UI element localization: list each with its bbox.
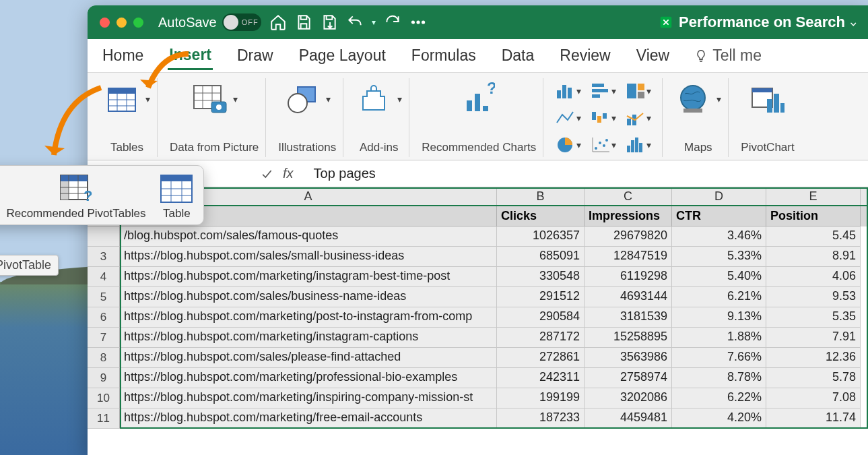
combo-chart-icon[interactable]: ▾ bbox=[626, 108, 651, 128]
cell-position[interactable]: 7.08 bbox=[766, 388, 861, 408]
cell-ctr[interactable]: 6.22% bbox=[672, 388, 766, 408]
minimize-window-button[interactable] bbox=[116, 18, 127, 28]
cell-impressions[interactable]: 2758974 bbox=[585, 368, 672, 388]
cell-clicks[interactable]: 242311 bbox=[497, 368, 585, 388]
tab-home[interactable]: Home bbox=[101, 42, 145, 69]
cell-clicks[interactable]: 287172 bbox=[497, 328, 585, 348]
home-icon[interactable] bbox=[269, 13, 287, 31]
cell-url[interactable]: https://blog.hubspot.com/marketing/post-… bbox=[120, 307, 497, 328]
redo-icon[interactable] bbox=[384, 13, 401, 31]
tab-review[interactable]: Review bbox=[558, 42, 611, 69]
cell-ctr[interactable]: 8.78% bbox=[672, 368, 766, 388]
document-title[interactable]: Performance on Search ⌵ bbox=[659, 13, 856, 31]
tab-formulas[interactable]: Formulas bbox=[410, 42, 477, 69]
cell-position[interactable]: 5.78 bbox=[766, 368, 861, 388]
cell-clicks[interactable]: 330548 bbox=[497, 267, 585, 287]
cell-impressions[interactable]: 12847519 bbox=[585, 247, 672, 267]
row-header[interactable] bbox=[88, 226, 120, 247]
line-chart-icon[interactable]: ▾ bbox=[556, 108, 581, 128]
cell-clicks[interactable]: 685091 bbox=[497, 247, 585, 267]
cell-clicks[interactable]: 290584 bbox=[497, 307, 585, 328]
row-header[interactable]: 11 bbox=[88, 408, 120, 429]
pie-chart-icon[interactable]: ▾ bbox=[556, 135, 581, 155]
cell-impressions[interactable]: 15258895 bbox=[585, 328, 672, 348]
cell-position[interactable]: 4.06 bbox=[766, 267, 861, 287]
tab-draw[interactable]: Draw bbox=[236, 42, 275, 69]
fx-label[interactable]: fx bbox=[283, 166, 294, 181]
cell-clicks[interactable]: 187233 bbox=[497, 408, 585, 429]
column-chart-icon[interactable]: ▾ bbox=[556, 81, 581, 101]
tell-me-button[interactable]: Tell me bbox=[694, 47, 762, 65]
cell-impressions[interactable]: 6119298 bbox=[585, 267, 672, 287]
cell-clicks[interactable]: 1026357 bbox=[497, 226, 585, 247]
ribbon-group-addins[interactable]: ▾ Add-ins bbox=[349, 78, 409, 157]
cell-position[interactable]: 9.53 bbox=[766, 287, 861, 307]
ribbon-group-pivotchart[interactable]: PivotChart bbox=[734, 78, 801, 157]
cell-impressions[interactable]: 3202086 bbox=[585, 388, 672, 408]
row-header[interactable]: 9 bbox=[88, 368, 120, 388]
cell-impressions[interactable]: 3563986 bbox=[585, 348, 672, 368]
col-header-c[interactable]: C bbox=[585, 187, 672, 205]
cell-ctr[interactable]: 3.46% bbox=[672, 226, 766, 247]
ribbon-group-illustrations[interactable]: ▾ Illustrations bbox=[271, 78, 343, 157]
treemap-chart-icon[interactable]: ▾ bbox=[626, 81, 651, 101]
cell-ctr[interactable]: 6.21% bbox=[672, 287, 766, 307]
cell-url[interactable]: https://blog.hubspot.com/sales/business-… bbox=[120, 287, 497, 307]
maximize-window-button[interactable] bbox=[133, 18, 143, 28]
cell-url[interactable]: https://blog.hubspot.com/marketing/free-… bbox=[120, 408, 497, 429]
cell-impressions[interactable]: 4693144 bbox=[585, 287, 672, 307]
cell-ctr[interactable]: 7.66% bbox=[672, 348, 766, 368]
ribbon-group-tables[interactable]: ▾ Tables bbox=[97, 78, 158, 157]
ribbon-group-maps[interactable]: ▾ Maps bbox=[668, 78, 729, 157]
cell-position[interactable]: 5.35 bbox=[766, 307, 861, 328]
cell-url[interactable]: https://blog.hubspot.com/marketing/insta… bbox=[120, 267, 497, 287]
cell-impressions[interactable]: 29679820 bbox=[585, 226, 672, 247]
cell-position[interactable]: 12.36 bbox=[766, 348, 861, 368]
header-impressions[interactable]: Impressions bbox=[585, 206, 672, 226]
col-header-d[interactable]: D bbox=[672, 187, 766, 205]
undo-chevron-icon[interactable]: ▾ bbox=[372, 18, 376, 27]
cell-ctr[interactable]: 5.33% bbox=[672, 247, 766, 267]
formula-input[interactable]: Top pages bbox=[304, 166, 376, 181]
close-window-button[interactable] bbox=[100, 18, 110, 28]
header-position[interactable]: Position bbox=[766, 206, 861, 226]
cell-impressions[interactable]: 3181539 bbox=[585, 307, 672, 328]
cell-url[interactable]: https://blog.hubspot.com/marketing/insta… bbox=[120, 328, 497, 348]
ribbon-group-recommended-charts[interactable]: ? Recommended Charts bbox=[415, 78, 543, 157]
cell-ctr[interactable]: 4.20% bbox=[672, 408, 766, 429]
tab-page-layout[interactable]: Page Layout bbox=[298, 42, 387, 69]
cell-url[interactable]: https://blog.hubspot.com/sales/please-fi… bbox=[120, 348, 497, 368]
save-icon[interactable] bbox=[295, 13, 312, 31]
undo-icon[interactable] bbox=[346, 13, 364, 31]
row-header[interactable]: 8 bbox=[88, 348, 120, 368]
cell-position[interactable]: 5.45 bbox=[766, 226, 861, 247]
cell-url[interactable]: https://blog.hubspot.com/marketing/inspi… bbox=[120, 388, 497, 408]
check-icon[interactable] bbox=[260, 167, 273, 181]
cell-clicks[interactable]: 272861 bbox=[497, 348, 585, 368]
ribbon-group-data-from-picture[interactable]: ▾ Data from Picture bbox=[163, 78, 266, 157]
row-header[interactable]: 3 bbox=[88, 247, 120, 267]
tab-data[interactable]: Data bbox=[500, 42, 536, 69]
col-header-b[interactable]: B bbox=[497, 187, 585, 205]
save-as-icon[interactable] bbox=[321, 13, 338, 31]
histogram-chart-icon[interactable]: ▾ bbox=[626, 135, 651, 155]
row-header[interactable]: 4 bbox=[88, 267, 120, 287]
cell-url[interactable]: https://blog.hubspot.com/marketing/profe… bbox=[120, 368, 497, 388]
cell-url[interactable]: https://blog.hubspot.com/sales/small-bus… bbox=[120, 247, 497, 267]
header-clicks[interactable]: Clicks bbox=[497, 206, 585, 226]
waterfall-chart-icon[interactable]: ▾ bbox=[591, 108, 616, 128]
row-header[interactable]: 6 bbox=[88, 307, 120, 328]
col-header-e[interactable]: E bbox=[766, 187, 861, 205]
recommended-pivottables-button[interactable]: ? Recommended PivotTables bbox=[6, 173, 145, 220]
cell-clicks[interactable]: 291512 bbox=[497, 287, 585, 307]
row-header[interactable]: 7 bbox=[88, 328, 120, 348]
scatter-chart-icon[interactable]: ▾ bbox=[591, 135, 616, 155]
row-header[interactable]: 5 bbox=[88, 287, 120, 307]
table-button[interactable]: Table bbox=[158, 173, 195, 220]
bar-chart-icon[interactable]: ▾ bbox=[591, 81, 616, 101]
cell-position[interactable]: 11.74 bbox=[766, 408, 861, 429]
cell-clicks[interactable]: 199199 bbox=[497, 388, 585, 408]
cell-url[interactable]: /blog.hubspot.com/sales/famous-quotes bbox=[120, 226, 497, 247]
cell-position[interactable]: 8.91 bbox=[766, 247, 861, 267]
more-icon[interactable] bbox=[409, 13, 427, 31]
